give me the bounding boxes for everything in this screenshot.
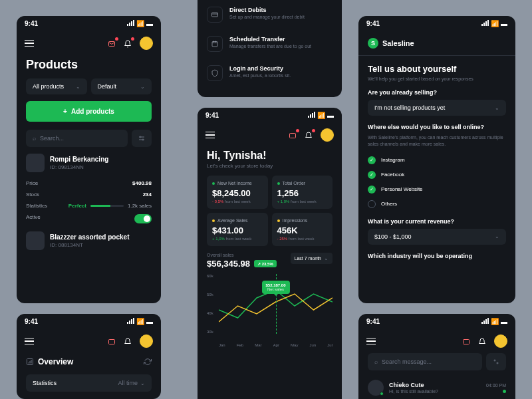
brand-logo-icon: S bbox=[368, 38, 378, 49]
bell-icon[interactable] bbox=[305, 130, 314, 140]
revenue-select[interactable]: $100 - $1,000⌄ bbox=[368, 229, 506, 245]
svg-rect-5 bbox=[212, 13, 218, 17]
message-avatar bbox=[368, 380, 384, 396]
menu-icon[interactable] bbox=[366, 338, 376, 345]
avatar[interactable] bbox=[140, 334, 153, 348]
onboarding-screen: 9:41📶▬ S Salesline Tell us about yoursel… bbox=[358, 16, 515, 303]
menu-icon[interactable] bbox=[25, 338, 34, 345]
product-image bbox=[26, 231, 45, 250]
question-label: Where else would you like to sell online… bbox=[368, 124, 506, 130]
svg-rect-3 bbox=[109, 340, 115, 344]
stock-value: 234 bbox=[143, 192, 152, 198]
chart-title: Overall sales bbox=[207, 253, 277, 257]
search-input[interactable]: ⌕Search... bbox=[26, 130, 128, 147]
search-icon: ⌕ bbox=[33, 135, 36, 142]
message-sender: Chieko Cute bbox=[389, 382, 481, 388]
message-preview: Hi, is this still available? bbox=[389, 389, 481, 394]
filter-products[interactable]: All products⌄ bbox=[26, 78, 87, 94]
chart-icon bbox=[26, 358, 34, 366]
selling-select[interactable]: I'm not selling products yet⌄ bbox=[368, 100, 506, 116]
channel-option[interactable]: ✓Personal Website bbox=[368, 182, 506, 197]
price-value: $400.98 bbox=[132, 180, 152, 186]
settings-screen: Direct DebitsSet up and manage your dire… bbox=[198, 0, 342, 97]
period-select[interactable]: Last 7 month⌄ bbox=[291, 253, 332, 264]
product-name: Blazzzer assorted pocket bbox=[50, 233, 130, 241]
plus-icon: + bbox=[63, 108, 67, 115]
greeting-title: Hi, Tynisha! bbox=[207, 150, 332, 162]
channel-option[interactable]: ✓Facebook bbox=[368, 168, 506, 182]
inbox-icon[interactable] bbox=[289, 130, 298, 140]
menu-icon[interactable] bbox=[205, 132, 215, 139]
product-image bbox=[26, 154, 45, 172]
avatar[interactable] bbox=[494, 334, 507, 348]
message-time: 04:00 PM bbox=[486, 383, 506, 388]
menu-icon[interactable] bbox=[25, 40, 34, 47]
refresh-icon[interactable] bbox=[144, 358, 152, 366]
metric-card[interactable]: Average Sales$431.00+ 1,0% from last wee… bbox=[207, 213, 268, 246]
card-icon bbox=[207, 7, 223, 23]
setting-scheduled-transfer[interactable]: Scheduled TransferManage transfers that … bbox=[198, 29, 342, 59]
greeting-subtitle: Let's check your store today bbox=[207, 163, 332, 169]
inbox-icon[interactable] bbox=[108, 39, 117, 48]
messages-screen: 9:41📶▬ ⌕Search message... Chieko Cute Hi… bbox=[358, 314, 515, 399]
bell-icon[interactable] bbox=[478, 336, 487, 346]
channel-option[interactable]: ✓Instagram bbox=[368, 153, 506, 168]
bell-icon[interactable] bbox=[124, 39, 133, 48]
products-screen: 9:41 📶▬ Products All products⌄ Default⌄ … bbox=[17, 16, 161, 303]
product-id: ID: 098134NN bbox=[50, 164, 108, 170]
product-id: ID: 088134NT bbox=[50, 242, 130, 248]
search-icon: ⌕ bbox=[374, 358, 378, 365]
question-label: What is your current revenue? bbox=[368, 218, 506, 225]
shield-icon bbox=[207, 65, 223, 81]
question-label: Which industry will you be operating bbox=[368, 253, 506, 259]
overview-title: Overview bbox=[26, 357, 73, 366]
active-toggle[interactable] bbox=[134, 214, 152, 223]
filter-sort[interactable]: Default⌄ bbox=[91, 78, 152, 94]
svg-rect-8 bbox=[464, 340, 469, 344]
inbox-icon[interactable] bbox=[108, 336, 117, 346]
svg-rect-7 bbox=[290, 134, 296, 138]
setting-direct-debits[interactable]: Direct DebitsSet up and manage your dire… bbox=[198, 0, 342, 29]
calendar-icon bbox=[207, 36, 223, 52]
top-nav bbox=[17, 31, 161, 55]
filter-button[interactable] bbox=[486, 353, 506, 370]
message-item[interactable]: Chieko Cute Hi, is this still available?… bbox=[358, 374, 515, 399]
inbox-icon[interactable] bbox=[462, 336, 471, 346]
setting-login-security[interactable]: Login and SecurityAmet, est purus, a lob… bbox=[198, 59, 342, 88]
online-indicator bbox=[380, 392, 384, 396]
onboard-subtitle: We'll help you get started based on your… bbox=[368, 76, 506, 81]
status-time: 9:41 bbox=[25, 20, 38, 27]
metric-card[interactable]: New Net Income$8,245.00- 0,5% from last … bbox=[207, 176, 268, 209]
question-desc: With Saleline's platform, you can reach … bbox=[368, 134, 506, 148]
chart-value: $56,345.98↗ 23,5% bbox=[207, 259, 277, 269]
channel-option[interactable]: Others bbox=[368, 197, 506, 211]
statistics-card[interactable]: Statistics All time⌄ bbox=[26, 374, 152, 392]
svg-rect-6 bbox=[212, 42, 217, 47]
status-bar: 9:41 📶▬ bbox=[17, 16, 161, 31]
svg-point-1 bbox=[140, 136, 141, 138]
sales-chart: 60k50k40k30k $52,187.00 Net sales JanFeb… bbox=[207, 274, 332, 347]
chart-tooltip: $52,187.00 Net sales bbox=[261, 281, 289, 294]
avatar[interactable] bbox=[140, 37, 153, 50]
overview-screen: 9:41📶▬ Overview Statistics All time⌄ bbox=[17, 314, 161, 399]
filter-button[interactable] bbox=[132, 130, 152, 147]
product-name: Rompi Berkancing bbox=[50, 156, 108, 163]
svg-point-9 bbox=[494, 360, 495, 361]
add-products-button[interactable]: +Add products bbox=[26, 101, 152, 122]
metric-card[interactable]: Impressions456K- 25% from last week bbox=[272, 213, 333, 246]
unread-indicator bbox=[503, 390, 506, 393]
dashboard-screen: 9:41📶▬ Hi, Tynisha! Let's check your sto… bbox=[198, 108, 342, 399]
bell-icon[interactable] bbox=[124, 336, 133, 346]
search-input[interactable]: ⌕Search message... bbox=[368, 353, 482, 370]
svg-point-2 bbox=[142, 139, 144, 140]
onboard-title: Tell us about yourself bbox=[368, 64, 506, 74]
metric-card[interactable]: Total Order1,256+ 1,0% from last week bbox=[272, 176, 333, 209]
question-label: Are you already selling? bbox=[368, 89, 506, 96]
status-icons: 📶▬ bbox=[126, 20, 153, 27]
page-title: Products bbox=[17, 55, 161, 78]
product-item[interactable]: Rompi Berkancing ID: 098134NN Price$400.… bbox=[17, 154, 161, 231]
product-item[interactable]: Blazzzer assorted pocket ID: 088134NT bbox=[17, 231, 161, 261]
avatar[interactable] bbox=[321, 128, 334, 142]
stats-label: Statistics bbox=[33, 380, 57, 386]
brand-header: S Salesline bbox=[358, 31, 515, 56]
